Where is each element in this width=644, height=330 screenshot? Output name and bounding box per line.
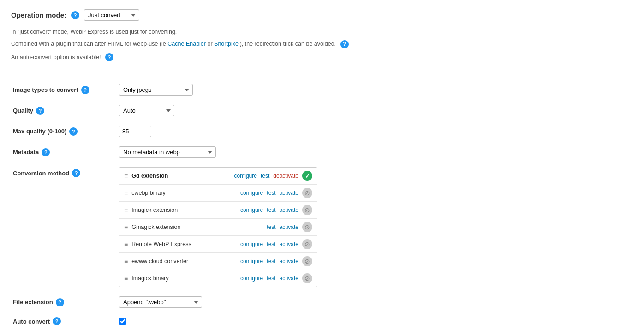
auto-convert-row: Auto convert ? xyxy=(11,312,633,330)
metadata-label: Metadata xyxy=(13,149,39,156)
converter-row-ewww: ≡ ewww cloud converter configure test ac… xyxy=(119,253,317,270)
test-link-imagick-bin[interactable]: test xyxy=(267,275,275,282)
settings-table: Image types to convert ? Only jpegs Only… xyxy=(11,79,633,330)
configure-link-gd[interactable]: configure xyxy=(234,173,257,179)
converter-row-imagick-bin: ≡ Imagick binary configure test activate xyxy=(119,270,317,287)
file-extension-label: File extension xyxy=(13,299,53,306)
metadata-row: Metadata ? No metadata in webp All metad… xyxy=(11,142,633,162)
image-types-select[interactable]: Only jpegs Only pngs Jpegs and pngs xyxy=(119,84,193,96)
converter-name-imagick-bin: Imagick binary xyxy=(131,275,237,282)
auto-convert-help-icon[interactable]: ? xyxy=(105,53,113,61)
conversion-method-help-icon[interactable]: ? xyxy=(72,169,80,177)
quality-label: Quality xyxy=(13,107,33,114)
conversion-method-row: Conversion method ? ≡ Gd extension confi… xyxy=(11,162,633,292)
operation-mode-label: Operation mode: xyxy=(11,11,66,19)
status-disabled-icon-ewww xyxy=(302,256,312,266)
test-link-cwebp[interactable]: test xyxy=(267,190,275,196)
status-disabled-icon-imagick-bin xyxy=(302,273,312,283)
quality-select[interactable]: Auto Specific xyxy=(119,105,174,116)
test-link-remote-webp[interactable]: test xyxy=(267,241,275,247)
converter-row-imagick-ext: ≡ Imagick extension configure test activ… xyxy=(119,202,317,219)
drag-handle-remote-webp[interactable]: ≡ xyxy=(124,240,128,248)
operation-mode-select[interactable]: Just convert Serve webp Piped xyxy=(84,9,139,21)
converter-row-gd: ≡ Gd extension configure test deactivate xyxy=(119,168,317,185)
activate-link-remote-webp[interactable]: activate xyxy=(280,241,298,247)
drag-handle-cwebp[interactable]: ≡ xyxy=(124,189,128,197)
converter-name-imagick-ext: Imagick extension xyxy=(131,207,237,213)
quality-help-icon[interactable]: ? xyxy=(36,107,44,115)
image-types-label: Image types to convert xyxy=(13,86,78,93)
status-disabled-icon-remote-webp xyxy=(302,239,312,249)
max-quality-row: Max quality (0-100) ? xyxy=(11,121,633,142)
conversion-method-label: Conversion method xyxy=(13,170,69,177)
configure-link-imagick-bin[interactable]: configure xyxy=(240,275,263,282)
test-link-imagick-ext[interactable]: test xyxy=(267,207,275,213)
info-text-line2: Combined with a plugin that can alter HT… xyxy=(11,39,633,48)
shortpixel-link[interactable]: Shortpixel xyxy=(214,41,240,47)
file-extension-select[interactable]: Append ".webp" Set to ".webp" xyxy=(119,296,202,308)
drag-handle-ewww[interactable]: ≡ xyxy=(124,258,128,265)
converters-box: ≡ Gd extension configure test deactivate… xyxy=(119,167,317,287)
test-link-gmagick[interactable]: test xyxy=(267,224,275,230)
image-types-help-icon[interactable]: ? xyxy=(81,86,89,94)
activate-link-gmagick[interactable]: activate xyxy=(280,224,298,230)
auto-convert-checkbox[interactable] xyxy=(119,318,126,325)
auto-convert-help-icon[interactable]: ? xyxy=(53,317,61,325)
metadata-select[interactable]: No metadata in webp All metadata Exif on… xyxy=(119,146,216,158)
test-link-gd[interactable]: test xyxy=(261,173,269,179)
converter-row-gmagick: ≡ Gmagick extension test activate xyxy=(119,219,317,236)
activate-link-ewww[interactable]: activate xyxy=(280,258,298,264)
image-types-row: Image types to convert ? Only jpegs Only… xyxy=(11,79,633,100)
converter-name-gmagick: Gmagick extension xyxy=(131,224,263,230)
file-extension-row: File extension ? Append ".webp" Set to "… xyxy=(11,292,633,312)
converter-row-cwebp: ≡ cwebp binary configure test activate xyxy=(119,185,317,202)
converter-name-cwebp: cwebp binary xyxy=(131,190,237,196)
drag-handle-gmagick[interactable]: ≡ xyxy=(124,223,128,231)
drag-handle-imagick-bin[interactable]: ≡ xyxy=(124,275,128,282)
auto-convert-notice: An auto-convert option is available! ? xyxy=(11,53,633,61)
max-quality-label: Max quality (0-100) xyxy=(13,128,66,135)
deactivate-link-gd[interactable]: deactivate xyxy=(273,173,298,179)
configure-link-ewww[interactable]: configure xyxy=(240,258,263,264)
converter-name-gd: Gd extension xyxy=(131,173,230,179)
converter-name-remote-webp: Remote WebP Express xyxy=(131,241,237,247)
activate-link-cwebp[interactable]: activate xyxy=(280,190,298,196)
drag-handle-imagick-ext[interactable]: ≡ xyxy=(124,206,128,214)
info-line2-help-icon[interactable]: ? xyxy=(340,40,349,48)
max-quality-help-icon[interactable]: ? xyxy=(69,127,78,136)
configure-link-cwebp[interactable]: configure xyxy=(240,190,263,196)
status-disabled-icon-cwebp xyxy=(302,188,312,198)
configure-link-imagick-ext[interactable]: configure xyxy=(240,207,263,213)
status-disabled-icon-gmagick xyxy=(302,222,312,232)
operation-mode-help-icon[interactable]: ? xyxy=(71,11,79,19)
status-active-icon-gd xyxy=(302,171,312,181)
metadata-help-icon[interactable]: ? xyxy=(42,148,50,156)
activate-link-imagick-ext[interactable]: activate xyxy=(280,207,298,213)
activate-link-imagick-bin[interactable]: activate xyxy=(280,275,298,282)
converter-row-remote-webp: ≡ Remote WebP Express configure test act… xyxy=(119,236,317,253)
test-link-ewww[interactable]: test xyxy=(267,258,275,264)
info-text-line1: In "just convert" mode, WebP Express is … xyxy=(11,27,633,36)
cache-enabler-link[interactable]: Cache Enabler xyxy=(167,41,206,47)
converter-name-ewww: ewww cloud converter xyxy=(131,258,237,264)
status-disabled-icon-imagick-ext xyxy=(302,205,312,215)
quality-row: Quality ? Auto Specific xyxy=(11,100,633,121)
auto-convert-label: Auto convert xyxy=(13,318,50,325)
file-extension-help-icon[interactable]: ? xyxy=(56,298,64,306)
max-quality-input[interactable] xyxy=(119,126,151,137)
configure-link-remote-webp[interactable]: configure xyxy=(240,241,263,247)
drag-handle-gd[interactable]: ≡ xyxy=(124,172,128,180)
